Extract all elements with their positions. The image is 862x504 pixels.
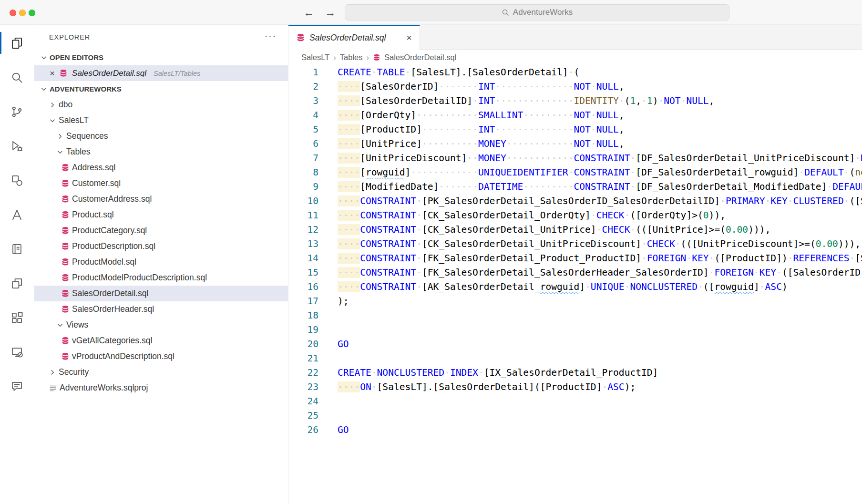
search-view-icon[interactable] xyxy=(6,66,29,89)
code-line-18[interactable]: 18 xyxy=(288,309,862,323)
maximize-window-button[interactable] xyxy=(29,10,35,16)
copy-pages-icon[interactable] xyxy=(6,272,29,295)
line-number[interactable]: 6 xyxy=(288,137,338,151)
notebook-icon[interactable] xyxy=(6,237,29,260)
code-line-21[interactable]: 21 xyxy=(288,351,862,366)
more-actions-icon[interactable]: ··· xyxy=(265,31,277,41)
line-number[interactable]: 19 xyxy=(288,323,338,337)
code-line-5[interactable]: 5····[ProductID]··········INT···········… xyxy=(288,123,862,137)
code-line-12[interactable]: 12····CONSTRAINT·[CK_SalesOrderDetail_Un… xyxy=(288,223,862,237)
line-number[interactable]: 17 xyxy=(288,294,338,309)
code-line-25[interactable]: 25 xyxy=(288,409,862,423)
tree-item-customeraddress-sql[interactable]: CustomerAddress.sql xyxy=(34,191,288,207)
tree-item-vproductanddescription-sql[interactable]: vProductAndDescription.sql xyxy=(34,349,288,364)
code-line-11[interactable]: 11····CONSTRAINT·[CK_SalesOrderDetail_Or… xyxy=(288,208,862,223)
extensions-icon[interactable] xyxy=(6,306,29,329)
line-number[interactable]: 22 xyxy=(288,366,338,380)
line-number[interactable]: 8 xyxy=(288,165,338,180)
tree-item-productmodel-sql[interactable]: ProductModel.sql xyxy=(34,254,288,270)
line-number[interactable]: 2 xyxy=(288,80,338,94)
breadcrumb-schema[interactable]: SalesLT xyxy=(301,53,329,62)
open-editors-header[interactable]: OPEN EDITORS xyxy=(34,50,288,65)
tree-item-sequences[interactable]: Sequences xyxy=(34,128,288,144)
line-number[interactable]: 5 xyxy=(288,123,338,137)
project-section-header[interactable]: ADVENTUREWORKS xyxy=(34,81,288,97)
line-number[interactable]: 18 xyxy=(288,309,338,323)
explorer-icon[interactable] xyxy=(6,31,29,54)
editor-code-area[interactable]: 1CREATE·TABLE·[SalesLT].[SalesOrderDetai… xyxy=(288,65,862,504)
tree-item-security[interactable]: Security xyxy=(34,364,288,380)
line-number[interactable]: 1 xyxy=(288,65,338,80)
code-line-22[interactable]: 22CREATE·NONCLUSTERED·INDEX·[IX_SalesOrd… xyxy=(288,366,862,380)
line-number[interactable]: 15 xyxy=(288,266,338,280)
tree-item-salesorderheader-sql[interactable]: SalesOrderHeader.sql xyxy=(34,301,288,317)
command-center-search[interactable]: AdventureWorks xyxy=(345,4,729,21)
tree-item-address-sql[interactable]: Address.sql xyxy=(34,160,288,175)
code-line-23[interactable]: 23····ON·[SalesLT].[SalesOrderDetail]([P… xyxy=(288,380,862,394)
tree-item-product-sql[interactable]: Product.sql xyxy=(34,207,288,223)
line-number[interactable]: 13 xyxy=(288,237,338,251)
code-line-26[interactable]: 26GO xyxy=(288,423,862,437)
code-line-1[interactable]: 1CREATE·TABLE·[SalesLT].[SalesOrderDetai… xyxy=(288,65,862,80)
remote-device-icon[interactable] xyxy=(6,340,29,363)
line-number[interactable]: 4 xyxy=(288,108,338,123)
close-icon[interactable]: × xyxy=(50,69,55,78)
breadcrumb-folder[interactable]: Tables xyxy=(340,53,363,62)
tree-item-adventureworks-sqlproj[interactable]: AdventureWorks.sqlproj xyxy=(34,380,288,396)
code-line-13[interactable]: 13····CONSTRAINT·[CK_SalesOrderDetail_Un… xyxy=(288,237,862,251)
line-number[interactable]: 25 xyxy=(288,409,338,423)
code-line-6[interactable]: 6····[UnitPrice]··········MONEY·········… xyxy=(288,137,862,151)
tree-item-vgetallcategories-sql[interactable]: vGetAllCategories.sql xyxy=(34,333,288,349)
run-debug-icon[interactable] xyxy=(6,134,29,157)
line-number[interactable]: 9 xyxy=(288,180,338,194)
code-line-19[interactable]: 19 xyxy=(288,323,862,337)
line-number[interactable]: 24 xyxy=(288,394,338,409)
code-line-2[interactable]: 2····[SalesOrderID]·······INT···········… xyxy=(288,80,862,94)
code-line-10[interactable]: 10····CONSTRAINT·[PK_SalesOrderDetail_Sa… xyxy=(288,194,862,208)
open-editor-item[interactable]: × SalesOrderDetail.sql SalesLT/Tables xyxy=(34,65,288,81)
chat-icon[interactable] xyxy=(6,375,29,398)
code-line-4[interactable]: 4····[OrderQty]···········SMALLINT······… xyxy=(288,108,862,123)
code-line-16[interactable]: 16····CONSTRAINT·[AK_SalesOrderDetail_ro… xyxy=(288,280,862,294)
tree-item-productcategory-sql[interactable]: ProductCategory.sql xyxy=(34,223,288,238)
code-line-7[interactable]: 7····[UnitPriceDiscount]··MONEY·········… xyxy=(288,151,862,165)
tree-item-tables[interactable]: Tables xyxy=(34,144,288,160)
code-line-3[interactable]: 3····[SalesOrderDetailID]·INT···········… xyxy=(288,94,862,108)
code-line-8[interactable]: 8····[rowguid]············UNIQUEIDENTIFI… xyxy=(288,165,862,180)
tree-item-saleslt[interactable]: SalesLT xyxy=(34,113,288,128)
line-number[interactable]: 3 xyxy=(288,94,338,108)
forward-arrow-icon[interactable]: → xyxy=(325,6,336,19)
code-line-14[interactable]: 14····CONSTRAINT·[FK_SalesOrderDetail_Pr… xyxy=(288,251,862,266)
line-number[interactable]: 23 xyxy=(288,380,338,394)
close-icon[interactable]: × xyxy=(406,33,412,42)
tree-item-customer-sql[interactable]: Customer.sql xyxy=(34,175,288,191)
line-number[interactable]: 14 xyxy=(288,251,338,266)
line-number[interactable]: 20 xyxy=(288,337,338,351)
tree-item-productmodelproductdescription-sql[interactable]: ProductModelProductDescription.sql xyxy=(34,270,288,286)
azure-icon[interactable] xyxy=(6,203,29,226)
source-control-icon[interactable] xyxy=(6,100,29,123)
minimize-window-button[interactable] xyxy=(19,10,26,16)
tree-item-views[interactable]: Views xyxy=(34,317,288,333)
line-number[interactable]: 7 xyxy=(288,151,338,165)
back-arrow-icon[interactable]: ← xyxy=(303,6,314,19)
code-line-17[interactable]: 17); xyxy=(288,294,862,309)
line-number[interactable]: 26 xyxy=(288,423,338,437)
line-number[interactable]: 10 xyxy=(288,194,338,208)
tree-item-salesorderdetail-sql[interactable]: SalesOrderDetail.sql xyxy=(34,286,288,301)
database-connections-icon[interactable] xyxy=(6,169,29,192)
line-number[interactable]: 12 xyxy=(288,223,338,237)
line-number[interactable]: 21 xyxy=(288,351,338,366)
code-line-20[interactable]: 20GO xyxy=(288,337,862,351)
code-line-15[interactable]: 15····CONSTRAINT·[FK_SalesOrderDetail_Sa… xyxy=(288,266,862,280)
tab-salesorderdetail[interactable]: SalesOrderDetail.sql × xyxy=(288,25,420,50)
tree-item-productdescription-sql[interactable]: ProductDescription.sql xyxy=(34,238,288,254)
line-number[interactable]: 11 xyxy=(288,208,338,223)
line-number[interactable]: 16 xyxy=(288,280,338,294)
tree-item-dbo[interactable]: dbo xyxy=(34,97,288,113)
code-line-24[interactable]: 24 xyxy=(288,394,862,409)
close-window-button[interactable] xyxy=(10,10,16,16)
database-icon xyxy=(61,195,70,204)
breadcrumb-file[interactable]: SalesOrderDetail.sql xyxy=(384,53,456,62)
code-line-9[interactable]: 9····[ModifiedDate]·······DATETIME······… xyxy=(288,180,862,194)
